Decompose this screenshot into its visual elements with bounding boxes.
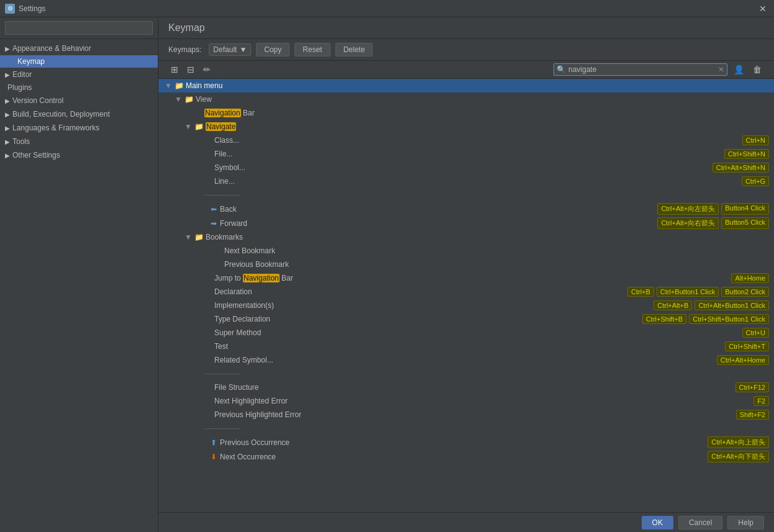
keymap-label-text: Keymaps:	[168, 45, 201, 54]
keymap-label: Keymap	[17, 57, 45, 66]
implementation-label: Implementation(s)	[213, 301, 653, 310]
forward-icon: ➡	[211, 219, 217, 228]
main-menu-icon: 📁	[173, 81, 184, 90]
tree-row-nav-bar[interactable]: ▶ Navigation Bar	[158, 106, 774, 120]
ok-button[interactable]: OK	[642, 516, 673, 530]
back-label: Back	[219, 205, 657, 214]
back-icon: ⬅	[211, 205, 217, 214]
sidebar-item-editor[interactable]: ▶ Editor	[0, 68, 158, 81]
next-error-label: Next Highlighted Error	[213, 397, 754, 405]
symbol-shortcuts: Ctrl+Alt+Shift+N	[713, 163, 774, 173]
forward-shortcut-2: Button5 Click	[721, 217, 769, 229]
sidebar-item-plugins[interactable]: Plugins	[0, 81, 158, 94]
jump-nav-shortcuts: Alt+Home	[731, 273, 774, 283]
tree-row-test[interactable]: ▶ Test Ctrl+Shift+T	[158, 340, 774, 353]
prev-occ-up-icon: ⬆	[211, 438, 217, 447]
sidebar-item-appearance[interactable]: ▶ Appearance & Behavior	[0, 42, 158, 55]
tree-row-sep3: --------------	[158, 422, 774, 435]
next-occ-dn-icon: ⬇	[211, 453, 217, 461]
back-shortcut-1: Ctrl+Alt+向左箭头	[657, 203, 719, 215]
sidebar-item-tools[interactable]: ▶ Tools	[0, 135, 158, 148]
appearance-label: Appearance & Behavior	[12, 44, 91, 53]
view-arrow: ▼	[173, 95, 183, 104]
prev-occ-shortcut-1: Ctrl+Alt+向上箭头	[708, 436, 769, 448]
prev-occurrence-label: Previous Occurrence	[219, 438, 708, 447]
other-arrow: ▶	[5, 152, 10, 159]
related-shortcuts: Ctrl+Alt+Home	[717, 355, 774, 365]
tree-row-declaration[interactable]: ▶ Declaration Ctrl+B Ctrl+Button1 Click …	[158, 285, 774, 299]
tree-row-line[interactable]: ▶ Line... Ctrl+G	[158, 174, 774, 188]
tree-row-prev-bookmark[interactable]: ▶ Previous Bookmark	[158, 258, 774, 271]
tree-row-next-occurrence[interactable]: ▶ ⬇ Next Occurrence Ctrl+Alt+向下箭头	[158, 449, 774, 464]
main-content: ▶ Appearance & Behavior Keymap ▶ Editor …	[0, 17, 774, 532]
tree-row-type-decl[interactable]: ▶ Type Declaration Ctrl+Shift+B Ctrl+Shi…	[158, 312, 774, 326]
sidebar-item-other[interactable]: ▶ Other Settings	[0, 148, 158, 162]
tree-row-class[interactable]: ▶ Class... Ctrl+N	[158, 133, 774, 147]
expand-all-button[interactable]: ⊞	[168, 63, 181, 76]
tree-row-related-symbol[interactable]: ▶ Related Symbol... Ctrl+Alt+Home	[158, 353, 774, 367]
close-button[interactable]: ✕	[757, 4, 769, 14]
related-symbol-label: Related Symbol...	[213, 356, 717, 364]
tree-row-file-structure[interactable]: ▶ File Structure Ctrl+F12	[158, 381, 774, 394]
panel-header: Keymap	[158, 17, 774, 39]
keymap-dropdown[interactable]: Default ▼	[209, 43, 251, 56]
sidebar-item-languages[interactable]: ▶ Languages & Frameworks	[0, 121, 158, 135]
tree-row-implementation[interactable]: ▶ Implementation(s) Ctrl+Alt+B Ctrl+Alt+…	[158, 299, 774, 312]
super-method-label: Super Method	[213, 328, 742, 337]
tree-row-back[interactable]: ▶ ⬅ Back Ctrl+Alt+向左箭头 Button4 Click	[158, 202, 774, 216]
search-clear-button[interactable]: ✕	[718, 65, 724, 74]
build-label: Build, Execution, Deployment	[12, 110, 110, 119]
clear-filters-button[interactable]: 🗑	[750, 63, 764, 76]
symbol-label: Symbol...	[213, 163, 713, 172]
tree-row-main-menu[interactable]: ▼ 📁 Main menu	[158, 79, 774, 92]
tree-row-bookmarks[interactable]: ▼ 📁 Bookmarks	[158, 230, 774, 244]
tree-row-file[interactable]: ▶ File... Ctrl+Shift+N	[158, 147, 774, 161]
search-input[interactable]	[568, 65, 718, 74]
edit-shortcut-button[interactable]: ✏	[201, 63, 213, 76]
tree-row-prev-error[interactable]: ▶ Previous Highlighted Error Shift+F2	[158, 408, 774, 422]
tree-row-next-error[interactable]: ▶ Next Highlighted Error F2	[158, 394, 774, 408]
tree-row-super-method[interactable]: ▶ Super Method Ctrl+U	[158, 326, 774, 340]
tree-row-jump-nav[interactable]: ▶ Jump to Navigation Bar Alt+Home	[158, 271, 774, 285]
collapse-all-button[interactable]: ⊟	[184, 63, 197, 76]
file-struct-shortcuts: Ctrl+F12	[735, 382, 775, 392]
reset-button[interactable]: Reset	[294, 43, 330, 56]
sidebar-item-keymap[interactable]: Keymap	[0, 55, 158, 68]
help-button[interactable]: Help	[727, 516, 764, 530]
filter-user-button[interactable]: 👤	[731, 63, 747, 76]
decl-shortcut-2: Ctrl+Button1 Click	[657, 287, 719, 297]
delete-button[interactable]: Delete	[335, 43, 373, 56]
prev-occ-shortcuts: Ctrl+Alt+向上箭头	[708, 436, 774, 448]
tools-arrow: ▶	[5, 138, 10, 145]
window-title: Settings	[19, 4, 45, 13]
cancel-button[interactable]: Cancel	[678, 516, 722, 530]
tree-row-prev-occurrence[interactable]: ▶ ⬆ Previous Occurrence Ctrl+Alt+向上箭头	[158, 435, 774, 449]
tools-label: Tools	[12, 137, 30, 146]
copy-button[interactable]: Copy	[256, 43, 289, 56]
tree-row-view[interactable]: ▼ 📁 View	[158, 92, 774, 106]
prev-error-shortcut-1: Shift+F2	[736, 410, 769, 420]
sidebar-item-version-control[interactable]: ▶ Version Control	[0, 94, 158, 107]
dropdown-arrow: ▼	[239, 45, 247, 54]
main-menu-arrow: ▼	[163, 81, 173, 90]
tree-row-forward[interactable]: ▶ ➡ Forward Ctrl+Alt+向右箭头 Button5 Click	[158, 216, 774, 230]
sidebar-item-build[interactable]: ▶ Build, Execution, Deployment	[0, 107, 158, 121]
forward-shortcut-1: Ctrl+Alt+向右箭头	[657, 217, 719, 229]
tree-row-symbol[interactable]: ▶ Symbol... Ctrl+Alt+Shift+N	[158, 161, 774, 174]
next-occurrence-label: Next Occurrence	[219, 453, 708, 461]
sidebar-search-input[interactable]	[5, 21, 153, 35]
type-shortcut-2: Ctrl+Shift+Button1 Click	[689, 314, 769, 324]
type-shortcut-1: Ctrl+Shift+B	[642, 314, 686, 324]
navigate-icon: 📁	[193, 122, 204, 131]
test-shortcuts: Ctrl+Shift+T	[725, 341, 774, 351]
tree-row-next-bookmark[interactable]: ▶ Next Bookmark	[158, 244, 774, 258]
impl-shortcut-2: Ctrl+Alt+Button1 Click	[694, 300, 769, 310]
tree-row-navigate[interactable]: ▼ 📁 Navigate	[158, 120, 774, 133]
symbol-shortcut-1: Ctrl+Alt+Shift+N	[713, 163, 769, 173]
bookmarks-icon: 📁	[193, 233, 204, 241]
declaration-shortcuts: Ctrl+B Ctrl+Button1 Click Button2 Click	[627, 287, 774, 297]
build-arrow: ▶	[5, 111, 10, 118]
search-icon: 🔍	[557, 65, 566, 74]
tree-area[interactable]: ▼ 📁 Main menu ▼ 📁 View ▶ Navigation Bar	[158, 79, 774, 512]
super-shortcut-1: Ctrl+U	[742, 328, 769, 338]
